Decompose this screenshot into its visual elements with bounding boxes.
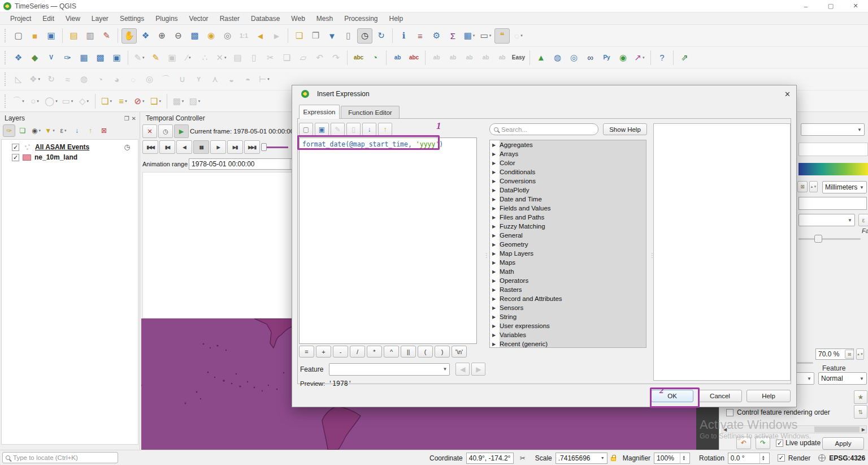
- expand-arrow-icon[interactable]: ▶: [492, 324, 500, 329]
- spinner-arrows-icon[interactable]: ▲▼: [680, 453, 687, 463]
- metasearch-icon[interactable]: ∞: [583, 50, 598, 65]
- operator-button[interactable]: -: [333, 346, 348, 358]
- select-features-icon[interactable]: ❏: [99, 93, 114, 109]
- function-group-row[interactable]: ▶Map Layers: [490, 249, 646, 258]
- export-expressions-icon[interactable]: ↑: [378, 123, 392, 136]
- temporal-controller-icon[interactable]: ◷: [357, 28, 372, 44]
- coordinate-value[interactable]: 40.9°, -174.2°: [466, 453, 514, 464]
- processing-delta-plugin-icon[interactable]: ▲: [533, 50, 549, 65]
- function-group-row[interactable]: ▶Math: [490, 267, 646, 276]
- function-group-row[interactable]: ▶String: [490, 312, 646, 321]
- layer-checkbox[interactable]: ✓: [12, 154, 19, 161]
- toggle-editing-icon[interactable]: ✎: [148, 50, 163, 65]
- layout-manager-icon[interactable]: ▥: [83, 28, 98, 44]
- sort-icon[interactable]: ⇅: [854, 405, 867, 419]
- menu-item[interactable]: Web: [285, 14, 310, 24]
- styling-slider[interactable]: [798, 238, 861, 240]
- import-expressions-icon[interactable]: ↓: [362, 123, 376, 136]
- play-backward-button[interactable]: ◀: [176, 140, 192, 154]
- menu-item[interactable]: Mesh: [311, 14, 338, 24]
- splitter-handle[interactable]: ⋮: [649, 252, 655, 259]
- panel-close-icon[interactable]: ✕: [132, 115, 136, 122]
- maximize-button[interactable]: ▢: [818, 0, 843, 12]
- statistical-summary-icon[interactable]: Σ: [445, 28, 461, 44]
- spinner-arrows-icon[interactable]: ▲▼: [856, 348, 864, 360]
- menu-item[interactable]: Layer: [86, 14, 114, 24]
- function-group-row[interactable]: ▶Date and Time: [490, 195, 646, 204]
- expand-arrow-icon[interactable]: ▶: [492, 179, 500, 184]
- operator-button[interactable]: ): [435, 346, 450, 358]
- unit-dropdown[interactable]: Millimeters▼: [822, 181, 867, 193]
- toolbar-grip[interactable]: [5, 72, 7, 86]
- filter-legend-icon[interactable]: ▼: [44, 124, 56, 137]
- processing-toolbox-icon[interactable]: ⚙: [429, 28, 444, 44]
- panel-float-icon[interactable]: ❐: [124, 115, 129, 122]
- function-group-row[interactable]: ▶Recent (generic): [490, 339, 646, 348]
- new-geopackage-layer-icon[interactable]: ◆: [27, 50, 42, 65]
- crs-value[interactable]: EPSG:4326: [829, 454, 865, 462]
- styling-dropdown-2[interactable]: ▼: [798, 214, 855, 226]
- expand-arrow-icon[interactable]: ▶: [492, 233, 500, 238]
- open-layer-styling-icon[interactable]: ✑: [3, 124, 15, 137]
- feature-combobox[interactable]: ▼: [329, 363, 450, 376]
- minimize-button[interactable]: –: [793, 0, 818, 12]
- zoom-to-selection-icon[interactable]: ◉: [203, 28, 219, 44]
- dataplotly-icon[interactable]: ↗: [632, 50, 647, 65]
- next-frame-button[interactable]: ▶▮: [227, 140, 243, 154]
- scroll-left-icon[interactable]: ◀: [723, 427, 727, 432]
- function-group-row[interactable]: ▶DataPlotly: [490, 186, 646, 195]
- operator-button[interactable]: +: [316, 346, 331, 358]
- expand-arrow-icon[interactable]: ▶: [492, 215, 500, 220]
- operator-button[interactable]: ^: [384, 346, 399, 358]
- expand-arrow-icon[interactable]: ▶: [492, 342, 500, 347]
- menu-item[interactable]: Help: [384, 14, 409, 24]
- layer-checkbox[interactable]: ✓: [12, 144, 19, 151]
- collapse-all-icon[interactable]: ↑: [84, 124, 97, 137]
- tab-function-editor[interactable]: Function Editor: [341, 106, 400, 119]
- new-mesh-layer-icon[interactable]: ▩: [93, 50, 108, 65]
- layer-item-ne-10m-land[interactable]: ✓ ne_10m_land: [2, 152, 138, 162]
- layer-labeling-icon[interactable]: abc: [351, 50, 366, 65]
- expand-arrow-icon[interactable]: ▶: [492, 224, 500, 229]
- save-project-icon[interactable]: ▣: [44, 28, 59, 44]
- toolbar-grip[interactable]: [5, 29, 7, 42]
- operator-button[interactable]: *: [367, 346, 382, 358]
- new-map-view-icon[interactable]: ❏: [292, 28, 307, 44]
- function-group-row[interactable]: ▶Operators: [490, 276, 646, 285]
- highlight-pinned-labels-icon[interactable]: abc: [406, 50, 422, 65]
- function-group-row[interactable]: ▶User expressions: [490, 321, 646, 330]
- green-arrow-plugin-icon[interactable]: ⇗: [677, 50, 692, 65]
- menu-item[interactable]: Settings: [114, 14, 150, 24]
- tab-expression[interactable]: Expression: [299, 105, 340, 119]
- map-tips-icon[interactable]: ❝: [494, 28, 510, 44]
- data-defined-override-icon[interactable]: ε: [858, 214, 868, 226]
- styling-text-field[interactable]: [798, 197, 867, 210]
- pin-labels-icon[interactable]: ab: [390, 50, 405, 65]
- next-feature-icon[interactable]: ▶: [471, 363, 485, 376]
- cancel-button[interactable]: Cancel: [698, 390, 742, 402]
- zoom-out-icon[interactable]: ⊖: [171, 28, 186, 44]
- new-print-layout-icon[interactable]: ▤: [66, 28, 81, 44]
- function-group-row[interactable]: ▶Variables: [490, 330, 646, 339]
- apply-button[interactable]: Apply: [822, 437, 864, 450]
- expand-arrow-icon[interactable]: ▶: [492, 206, 500, 211]
- toolbar-grip[interactable]: [5, 51, 7, 64]
- menu-item[interactable]: Project: [5, 14, 37, 24]
- function-group-row[interactable]: ▶Aggregates: [490, 140, 646, 149]
- function-group-row[interactable]: ▶General: [490, 231, 646, 240]
- menu-item[interactable]: Processing: [338, 14, 383, 24]
- function-group-row[interactable]: ▶Arrays: [490, 149, 646, 158]
- add-group-icon[interactable]: ❏: [16, 124, 29, 137]
- zoom-to-layer-icon[interactable]: ◎: [220, 28, 235, 44]
- expand-arrow-icon[interactable]: ▶: [492, 296, 500, 302]
- expand-arrow-icon[interactable]: ▶: [492, 333, 500, 338]
- expand-arrow-icon[interactable]: ▶: [492, 269, 500, 274]
- zoom-in-icon[interactable]: ⊕: [154, 28, 170, 44]
- show-help-button[interactable]: Show Help: [603, 123, 647, 135]
- show-spatial-bookmarks-icon[interactable]: ▯: [341, 28, 356, 44]
- open-project-icon[interactable]: ■: [27, 28, 42, 44]
- styling-dropdown[interactable]: ▼: [801, 123, 865, 136]
- function-group-row[interactable]: ▶Sensors: [490, 303, 646, 312]
- zoom-full-icon[interactable]: ▩: [187, 28, 202, 44]
- measure-icon[interactable]: ▭: [478, 28, 493, 44]
